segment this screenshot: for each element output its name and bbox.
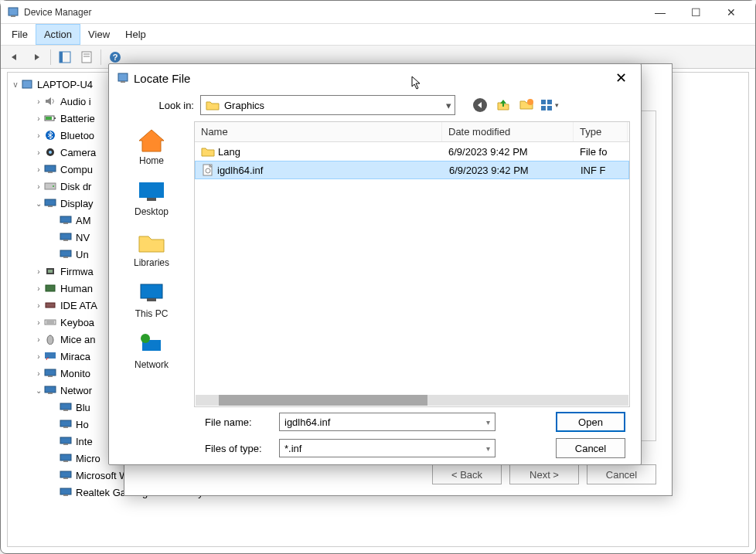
maximize-button[interactable]: ☐ xyxy=(678,1,713,24)
col-date[interactable]: Date modified xyxy=(442,122,574,141)
network-icon xyxy=(59,486,73,498)
place-libraries[interactable]: Libraries xyxy=(121,228,182,268)
svg-rect-57 xyxy=(541,100,546,104)
folder-icon xyxy=(206,100,220,110)
menu-file[interactable]: File xyxy=(4,24,36,45)
home-icon xyxy=(136,126,167,154)
lookin-label: Look in: xyxy=(120,100,194,111)
camera-icon xyxy=(43,146,57,158)
svg-rect-25 xyxy=(63,240,68,241)
svg-rect-21 xyxy=(48,206,53,207)
filetype-combo[interactable]: *.inf▾ xyxy=(279,439,495,457)
svg-rect-23 xyxy=(63,223,68,224)
svg-rect-29 xyxy=(48,270,53,273)
menu-view[interactable]: View xyxy=(80,24,117,45)
svg-point-56 xyxy=(527,99,533,105)
nav-newfolder-icon[interactable] xyxy=(517,96,536,114)
filetype-label: Files of type: xyxy=(205,443,279,454)
svg-rect-12 xyxy=(46,117,52,120)
svg-rect-17 xyxy=(48,172,53,173)
svg-rect-40 xyxy=(48,393,53,394)
properties-icon[interactable] xyxy=(77,48,96,66)
display-icon xyxy=(59,248,73,260)
svg-rect-31 xyxy=(46,303,55,308)
computer-icon xyxy=(43,163,57,175)
svg-rect-32 xyxy=(45,320,56,325)
place-network[interactable]: Network xyxy=(121,330,182,370)
firmware-icon xyxy=(43,265,57,277)
svg-rect-27 xyxy=(63,257,68,258)
close-button[interactable]: ✕ xyxy=(713,1,749,24)
libraries-icon xyxy=(136,228,167,256)
minimize-button[interactable]: — xyxy=(642,1,678,24)
place-this-pc[interactable]: This PC xyxy=(121,279,182,319)
svg-rect-37 xyxy=(45,369,56,376)
svg-rect-24 xyxy=(60,233,71,240)
svg-rect-4 xyxy=(82,52,91,63)
svg-rect-9 xyxy=(22,80,32,88)
svg-rect-58 xyxy=(547,100,552,104)
filename-label: File name: xyxy=(205,416,279,428)
svg-rect-52 xyxy=(63,495,68,496)
horizontal-scrollbar[interactable] xyxy=(196,395,628,406)
display-icon xyxy=(59,214,73,226)
display-icon xyxy=(43,197,57,209)
locate-file-dialog: Locate File ✕ Look in: Graphics ▾ ▾ Home… xyxy=(108,63,642,465)
wizard-next-button[interactable]: Next > xyxy=(509,464,579,484)
svg-rect-39 xyxy=(45,386,56,393)
disk-icon xyxy=(43,180,57,192)
nav-back-icon[interactable] xyxy=(471,96,489,114)
file-list-header[interactable]: NameDate modifiedType xyxy=(195,122,629,142)
col-name[interactable]: Name xyxy=(195,122,442,141)
svg-rect-30 xyxy=(46,285,55,291)
places-bar: HomeDesktopLibrariesThis PCNetwork xyxy=(109,121,194,407)
svg-rect-46 xyxy=(63,444,68,445)
svg-rect-20 xyxy=(45,199,56,206)
back-button[interactable] xyxy=(5,48,24,66)
cancel-button[interactable]: Cancel xyxy=(556,438,625,458)
mouse-cursor-icon xyxy=(411,76,424,91)
menu-help[interactable]: Help xyxy=(117,24,154,45)
forward-button[interactable] xyxy=(27,48,46,66)
app-icon xyxy=(7,6,19,19)
svg-rect-64 xyxy=(147,298,156,301)
svg-rect-1 xyxy=(11,15,15,17)
miracast-icon xyxy=(43,350,57,362)
svg-rect-47 xyxy=(60,454,71,461)
place-desktop[interactable]: Desktop xyxy=(121,177,182,217)
place-home[interactable]: Home xyxy=(121,126,182,166)
svg-rect-45 xyxy=(60,437,71,444)
svg-rect-60 xyxy=(547,106,552,110)
menu-action[interactable]: Action xyxy=(36,24,80,45)
show-hide-icon[interactable] xyxy=(56,48,74,66)
wizard-back-button[interactable]: < Back xyxy=(432,464,502,484)
lookin-combo[interactable]: Graphics ▾ xyxy=(200,95,455,115)
wizard-cancel-button[interactable]: Cancel xyxy=(587,464,656,484)
col-type[interactable]: Type xyxy=(574,122,628,141)
svg-point-35 xyxy=(47,335,53,345)
locate-titlebar: Locate File ✕ xyxy=(109,64,641,92)
locate-title: Locate File xyxy=(134,72,608,85)
svg-rect-49 xyxy=(60,471,71,478)
hid-icon xyxy=(43,282,57,294)
file-row[interactable]: Lang6/9/2023 9:42 PMFile fo xyxy=(195,142,629,161)
filename-input[interactable]: igdlh64.inf▾ xyxy=(279,413,495,431)
svg-rect-3 xyxy=(60,52,63,63)
network-icon xyxy=(43,384,57,396)
locate-close-button[interactable]: ✕ xyxy=(608,66,633,90)
nav-up-icon[interactable] xyxy=(494,96,513,114)
open-button[interactable]: Open xyxy=(556,412,625,432)
svg-rect-36 xyxy=(45,352,56,359)
audio-icon xyxy=(43,95,57,107)
svg-rect-51 xyxy=(60,488,71,495)
network-icon xyxy=(59,435,73,447)
svg-rect-48 xyxy=(63,461,68,462)
svg-rect-38 xyxy=(48,376,53,377)
display-icon xyxy=(59,231,73,243)
file-row[interactable]: igdlh64.inf6/9/2023 9:42 PMINF F xyxy=(195,161,629,179)
scrollbar-thumb[interactable] xyxy=(219,395,427,406)
nav-view-icon[interactable]: ▾ xyxy=(540,96,559,114)
file-list[interactable]: NameDate modifiedType Lang6/9/2023 9:42 … xyxy=(194,121,630,407)
svg-rect-44 xyxy=(63,427,68,428)
folder-icon xyxy=(201,146,215,157)
